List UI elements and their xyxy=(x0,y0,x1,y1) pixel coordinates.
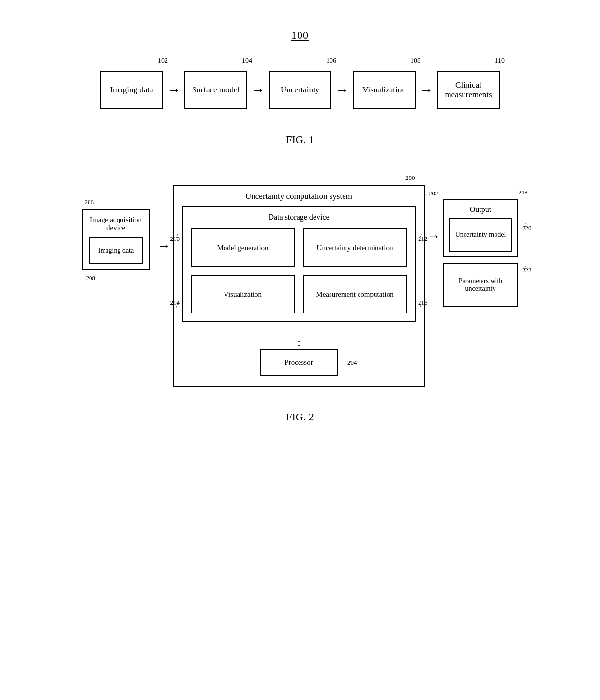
fig1-container: 100 102 Imaging data → 104 Surface model… xyxy=(29,29,571,146)
flow-box-uncertainty: Uncertainty xyxy=(269,71,331,109)
img-acq-inner: Imaging data xyxy=(89,237,143,264)
flow-box-wrapper-108: 108 Visualization xyxy=(353,71,416,109)
double-arrow: ↕ xyxy=(296,337,301,349)
data-storage-box: Data storage device 210 212 214 216 / / … xyxy=(182,206,416,322)
ref-102: 102 xyxy=(158,57,168,65)
slash-216: / xyxy=(420,302,422,310)
output-params-box: Parameters with uncertainty 222 / xyxy=(443,263,518,307)
ref-214: 214 xyxy=(170,299,180,307)
box-visualization-2: Visualization xyxy=(191,275,295,313)
inner-grid: 210 212 214 216 / / / / Model generatio xyxy=(191,228,407,313)
ref-106: 106 xyxy=(326,57,336,65)
ref-104: 104 xyxy=(242,57,252,65)
flow-box-surface-model: Surface model xyxy=(184,71,247,109)
fig2-container: 206 Image acquisition device Imaging dat… xyxy=(29,185,571,423)
ref-208: 208 xyxy=(86,274,96,282)
flow-box-clinical: Clinical measurements xyxy=(437,71,500,109)
processor-row: ↕ Processor 204 / xyxy=(182,337,416,376)
fig2-caption: FIG. 2 xyxy=(286,411,314,423)
ref-110: 110 xyxy=(495,57,505,65)
arrow-to-output: → xyxy=(427,228,441,244)
output-uncertainty-model-box: Uncertainty model xyxy=(449,218,512,252)
flow-box-imaging-data: Imaging data xyxy=(100,71,163,109)
flow-box-wrapper-104: 104 Surface model xyxy=(184,71,247,109)
main-system-title: Uncertainty computation system xyxy=(182,192,416,201)
data-storage-title: Data storage device xyxy=(191,213,407,222)
main-system-box: Uncertainty computation system Data stor… xyxy=(173,185,425,387)
ref-108: 108 xyxy=(410,57,420,65)
box-model-generation: Model generation xyxy=(191,228,295,267)
ref-210: 210 xyxy=(170,235,180,243)
arrow-to-system: → xyxy=(157,238,171,253)
slash-210: / xyxy=(176,232,178,240)
main-system-wrapper: 200 202 Uncertainty computation system D… xyxy=(173,185,425,387)
slash-222: / xyxy=(524,264,526,272)
output-title: Output xyxy=(449,205,512,214)
ref-202: 202 xyxy=(429,190,438,197)
slash-214: / xyxy=(176,302,178,310)
ref-200: 200 xyxy=(405,174,415,182)
arrow-4: → xyxy=(420,71,433,109)
flow-box-visualization: Visualization xyxy=(353,71,416,109)
fig2-diagram: 206 Image acquisition device Imaging dat… xyxy=(29,185,571,387)
flow-box-wrapper-110: 110 Clinical measurements xyxy=(437,71,500,109)
fig1-flow: 102 Imaging data → 104 Surface model → 1… xyxy=(100,71,500,109)
fig1-title: 100 xyxy=(291,29,309,42)
ref-218: 218 xyxy=(518,189,528,196)
flow-box-wrapper-106: 106 Uncertainty xyxy=(269,71,331,109)
arrow-3: → xyxy=(335,71,349,109)
arrow-1: → xyxy=(167,71,180,109)
fig1-caption: FIG. 1 xyxy=(286,134,314,146)
flow-box-wrapper-102: 102 Imaging data xyxy=(100,71,163,109)
img-acq-outer: Image acquisition device Imaging data xyxy=(82,209,150,270)
arrow-2: → xyxy=(251,71,265,109)
slash-204: / xyxy=(349,359,351,367)
processor-box: Processor 204 / xyxy=(260,349,338,376)
output-outer: Output Uncertainty model 220 / xyxy=(443,199,518,257)
slash-212: / xyxy=(420,232,422,240)
img-acq-title: Image acquisition device xyxy=(89,216,143,232)
page: 100 102 Imaging data → 104 Surface model… xyxy=(0,0,600,700)
ref-206: 206 xyxy=(85,198,94,206)
box-uncertainty-determination: Uncertainty determination xyxy=(303,228,407,267)
slash-220: / xyxy=(524,222,526,229)
output-section: 218 Output Uncertainty model 220 / Param… xyxy=(443,199,518,307)
box-measurement-computation: Measurement computation xyxy=(303,275,407,313)
img-acq-block: 206 Image acquisition device Imaging dat… xyxy=(82,209,150,270)
